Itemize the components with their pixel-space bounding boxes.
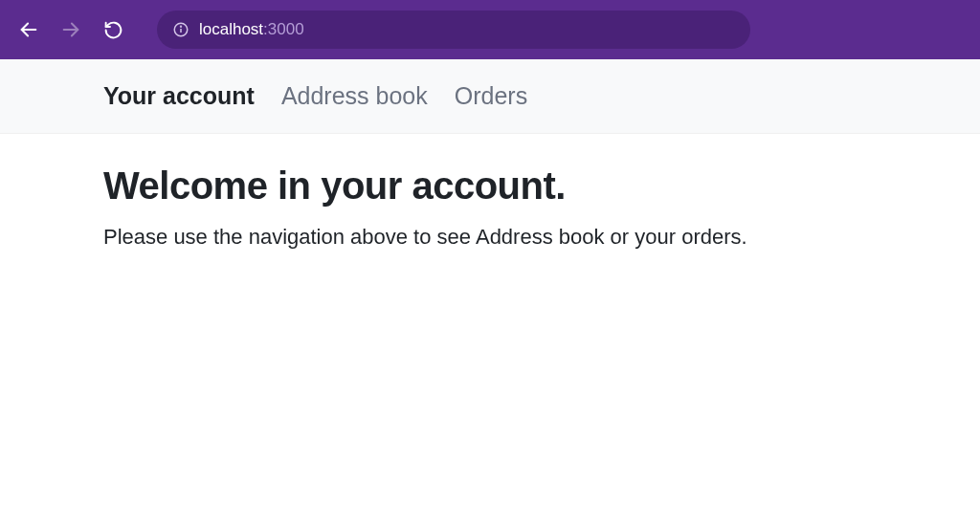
- url-text: localhost:3000: [199, 20, 304, 39]
- reload-icon: [103, 20, 123, 40]
- nav-tabs: Your account Address book Orders: [0, 82, 980, 110]
- site-info-button[interactable]: [172, 21, 189, 38]
- arrow-right-icon: [60, 19, 81, 40]
- main-content: Welcome in your account. Please use the …: [0, 134, 980, 250]
- browser-toolbar: localhost:3000: [0, 0, 980, 59]
- url-port: :3000: [263, 20, 304, 39]
- tab-your-account[interactable]: Your account: [103, 82, 255, 110]
- page-subtitle: Please use the navigation above to see A…: [103, 225, 980, 250]
- page-header: Your account Address book Orders: [0, 59, 980, 134]
- forward-button[interactable]: [57, 16, 84, 43]
- tab-orders[interactable]: Orders: [455, 82, 527, 110]
- svg-point-4: [181, 26, 182, 27]
- tab-address-book[interactable]: Address book: [281, 82, 428, 110]
- url-host: localhost: [199, 20, 263, 39]
- page-title: Welcome in your account.: [103, 164, 980, 208]
- info-icon: [172, 21, 189, 38]
- nav-buttons: [15, 16, 126, 43]
- address-bar[interactable]: localhost:3000: [157, 11, 750, 49]
- reload-button[interactable]: [100, 16, 126, 43]
- back-button[interactable]: [15, 16, 42, 43]
- arrow-left-icon: [18, 19, 39, 40]
